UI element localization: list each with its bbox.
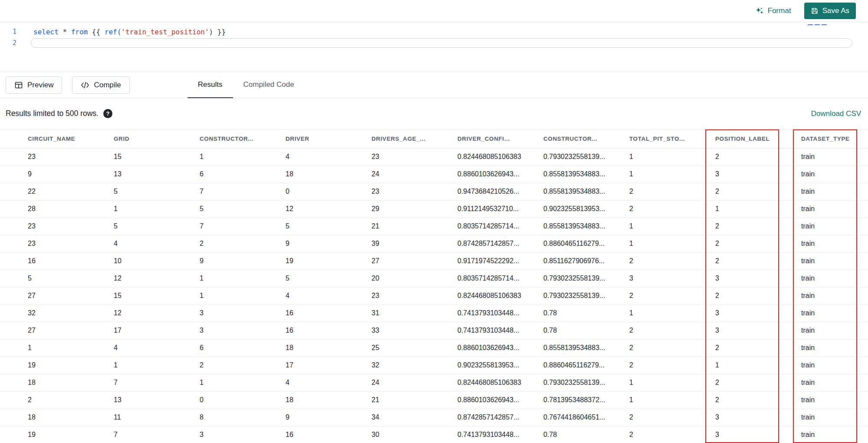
code-token-string: 'train_test_position' [121, 28, 209, 36]
column-header[interactable]: DRIVERS_AGE_... [372, 129, 457, 148]
column-header[interactable]: CONSTRUCTOR... [543, 129, 629, 148]
table-cell: 1 [200, 287, 286, 304]
table-cell: 21 [372, 391, 457, 409]
table-cell: train [801, 165, 868, 183]
table-cell: 7 [114, 374, 200, 391]
table-cell: 18 [0, 409, 114, 426]
table-cell: 4 [114, 235, 200, 252]
results-limit-info: Results limited to 500 rows. ? [6, 109, 112, 118]
column-header[interactable]: CIRCUIT_NAME [0, 129, 114, 148]
table-cell: 25 [372, 339, 457, 357]
table-cell: 15 [114, 287, 200, 304]
code-icon [81, 81, 89, 89]
preview-button[interactable]: Preview [6, 76, 62, 94]
column-header[interactable]: DATASET_TYPE [801, 129, 868, 148]
table-cell: 0.8742857142857... [457, 235, 543, 252]
table-cell: 0 [286, 183, 372, 200]
results-table: CIRCUIT_NAMEGRIDCONSTRUCTOR...DRIVERDRIV… [0, 129, 868, 443]
table-cell: 0.7674418604651... [543, 409, 629, 426]
table-row: 18714240.8244680851063830.7930232558139.… [0, 374, 868, 391]
table-cell: 5 [286, 270, 372, 287]
table-cell: 2 [629, 339, 715, 357]
table-cell: 1 [114, 200, 200, 218]
table-row: 281512290.9112149532710...0.902325581395… [0, 200, 868, 218]
table-cell: 1 [629, 374, 715, 391]
table-cell: 0.7930232558139... [543, 148, 629, 165]
table-cell: 39 [372, 235, 457, 252]
table-cell: 5 [114, 183, 200, 200]
table-cell: 2 [715, 148, 801, 165]
table-cell: 0.7930232558139... [543, 287, 629, 304]
table-cell: 0.7930232558139... [543, 374, 629, 391]
table-cell: 0.8558139534883... [543, 183, 629, 200]
table-cell: train [801, 374, 868, 391]
table-cell: 2 [629, 183, 715, 200]
tab-compiled-code[interactable]: Compiled Code [233, 72, 305, 98]
table-cell: 2 [715, 252, 801, 270]
table-cell: 12 [114, 270, 200, 287]
table-cell: 9 [200, 252, 286, 270]
sql-editor[interactable]: 1 select * from {{ ref('train_test_posit… [0, 22, 868, 72]
table-cell: 2 [629, 200, 715, 218]
format-button[interactable]: Format [755, 7, 791, 15]
table-cell: 3 [200, 426, 286, 443]
table-cell: 24 [372, 165, 457, 183]
table-cell: 3 [629, 270, 715, 287]
active-line-box[interactable] [31, 38, 852, 48]
table-cell: 2 [200, 357, 286, 374]
preview-button-label: Preview [27, 81, 53, 89]
table-cell: 0.7413793103448... [457, 426, 543, 443]
table-cell: 0.7813953488372... [543, 391, 629, 409]
column-header[interactable]: GRID [114, 129, 200, 148]
table-cell: 7 [200, 218, 286, 235]
table-cell: train [801, 218, 868, 235]
table-cell: train [801, 148, 868, 165]
tab-results[interactable]: Results [187, 72, 233, 98]
download-csv-link[interactable]: Download CSV [811, 109, 861, 118]
table-cell: 0.8860465116279... [543, 357, 629, 374]
table-cell: 2 [715, 287, 801, 304]
table-cell: 16 [286, 322, 372, 339]
table-cell: 3 [200, 304, 286, 322]
table-cell: 3 [715, 304, 801, 322]
table-cell: 3 [200, 322, 286, 339]
help-icon[interactable]: ? [103, 109, 112, 118]
code-token-keyword: select [33, 28, 59, 36]
table-cell: 5 [0, 270, 114, 287]
compile-button[interactable]: Compile [72, 76, 129, 94]
code-line-1[interactable]: select * from {{ ref('train_test_positio… [24, 26, 868, 37]
table-cell: 1 [200, 148, 286, 165]
table-cell: 1 [114, 357, 200, 374]
table-cell: 16 [0, 252, 114, 270]
table-cell: 2 [0, 391, 114, 409]
table-cell: 1 [715, 200, 801, 218]
column-header[interactable]: CONSTRUCTOR... [200, 129, 286, 148]
table-cell: 3 [715, 270, 801, 287]
actions-toolbar: Preview Compile Results Compiled Code [0, 72, 868, 98]
table-cell: 5 [286, 218, 372, 235]
table-cell: 17 [286, 357, 372, 374]
table-cell: 23 [372, 287, 457, 304]
table-cell: 32 [0, 304, 114, 322]
table-cell: train [801, 270, 868, 287]
column-header[interactable]: DRIVER_CONFI... [457, 129, 543, 148]
table-cell: 1 [629, 391, 715, 409]
column-header[interactable]: DRIVER [286, 129, 372, 148]
table-cell: 7 [200, 183, 286, 200]
table-cell: train [801, 235, 868, 252]
table-cell: 2 [629, 252, 715, 270]
column-header[interactable]: TOTAL_PIT_STO... [629, 129, 715, 148]
table-cell: 6 [200, 339, 286, 357]
column-header[interactable]: POSITION_LABEL [715, 129, 801, 148]
table-cell: 11 [114, 409, 200, 426]
table-cell: 27 [372, 252, 457, 270]
table-cell: 21 [372, 218, 457, 235]
app-root: Format Save As 1 select * from {{ ref('t… [0, 0, 868, 443]
table-cell: 23 [0, 148, 114, 165]
code-line-2[interactable] [24, 37, 868, 49]
table-cell: 9 [0, 165, 114, 183]
table-cell: 12 [286, 200, 372, 218]
save-as-button[interactable]: Save As [804, 3, 856, 19]
table-cell: 23 [372, 148, 457, 165]
table-cell: 27 [0, 287, 114, 304]
